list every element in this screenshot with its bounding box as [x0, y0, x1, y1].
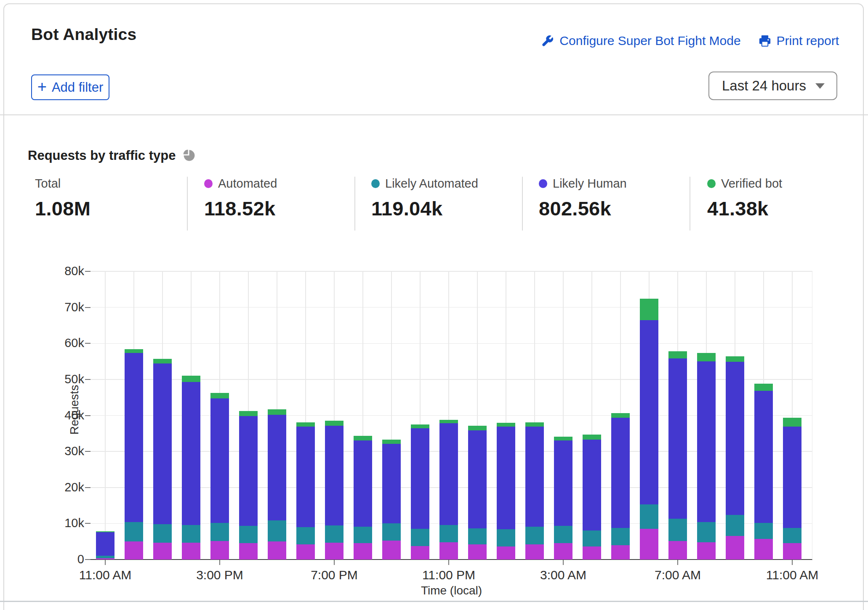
- bar-12:00 PM[interactable]: [125, 271, 143, 560]
- bar-7:00 PM[interactable]: [325, 271, 343, 560]
- stat-likely-human-value: 802.56k: [539, 197, 627, 220]
- bar-segment-likely-human: [325, 426, 343, 525]
- bar-segment-likely-human: [640, 320, 658, 504]
- y-tick-label: 50k: [51, 372, 84, 386]
- bar-segment-automated: [525, 544, 544, 560]
- bar-segment-likely-human: [411, 428, 429, 529]
- print-report-link[interactable]: Print report: [759, 34, 839, 48]
- bar-10:00 AM[interactable]: [754, 271, 773, 560]
- stat-verified-bot: Verified bot 41.38k: [707, 177, 782, 220]
- x-tick-mark: [448, 560, 449, 565]
- y-tick-label: 40k: [51, 408, 84, 422]
- bar-9:00 PM[interactable]: [382, 271, 401, 560]
- bar-segment-likely-automated: [554, 526, 572, 543]
- time-range-select[interactable]: Last 24 hours: [708, 72, 837, 100]
- page-title: Bot Analytics: [31, 25, 136, 44]
- bar-segment-automated: [697, 542, 716, 560]
- configure-link-label: Configure Super Bot Fight Mode: [559, 34, 740, 48]
- y-tick-mark: [85, 379, 91, 380]
- bar-11:00 AM[interactable]: [96, 271, 114, 560]
- bar-segment-automated: [382, 541, 401, 560]
- bar-3:00 AM[interactable]: [554, 271, 572, 560]
- stat-likely-automated: Likely Automated 119.04k: [371, 177, 478, 220]
- bar-segment-automated: [554, 543, 572, 560]
- bar-segment-verified-bot: [239, 411, 258, 416]
- bar-segment-automated: [783, 543, 801, 560]
- bar-segment-likely-human: [182, 382, 200, 525]
- bar-segment-likely-human: [554, 440, 572, 526]
- print-link-label: Print report: [777, 34, 839, 48]
- bar-2:00 PM[interactable]: [182, 271, 200, 560]
- bar-segment-verified-bot: [754, 384, 773, 391]
- stat-total: Total 1.08M: [35, 177, 91, 220]
- bar-8:00 AM[interactable]: [697, 271, 716, 560]
- bar-segment-automated: [296, 544, 315, 560]
- bar-segment-likely-automated: [382, 523, 401, 541]
- bar-segment-automated: [668, 541, 687, 560]
- y-tick-label: 80k: [51, 264, 84, 278]
- bar-5:00 PM[interactable]: [268, 271, 286, 560]
- y-tick-mark: [85, 271, 91, 272]
- bar-segment-likely-automated: [182, 525, 200, 543]
- bar-2:00 AM[interactable]: [525, 271, 544, 560]
- screenshot-frame: Bot Analytics Configure Super Bot Fight …: [0, 0, 868, 610]
- stacked-bar-chart: [91, 271, 812, 560]
- bar-segment-automated: [210, 541, 229, 560]
- header-divider: [0, 114, 868, 115]
- y-tick-mark: [85, 451, 91, 452]
- bar-segment-likely-automated: [296, 527, 315, 544]
- stat-total-value: 1.08M: [35, 197, 91, 220]
- bar-segment-likely-human: [268, 415, 286, 520]
- bar-segment-automated: [325, 543, 343, 560]
- bar-4:00 PM[interactable]: [239, 271, 258, 560]
- bar-10:00 PM[interactable]: [411, 271, 429, 560]
- section-bottom-divider: [0, 601, 868, 602]
- y-tick-mark: [85, 559, 91, 560]
- stats-row: Total 1.08M Automated 118.52k Likely Aut…: [0, 177, 860, 233]
- bar-12:00 AM[interactable]: [468, 271, 487, 560]
- configure-super-bot-fight-mode-link[interactable]: Configure Super Bot Fight Mode: [541, 34, 740, 48]
- bar-4:00 AM[interactable]: [583, 271, 601, 560]
- bar-segment-likely-automated: [611, 528, 630, 545]
- x-tick-mark: [219, 560, 220, 565]
- bar-segment-likely-human: [697, 361, 716, 522]
- bar-segment-likely-human: [239, 416, 258, 526]
- bar-segment-likely-human: [354, 440, 372, 527]
- bar-5:00 AM[interactable]: [611, 271, 630, 560]
- bar-8:00 PM[interactable]: [354, 271, 372, 560]
- stat-likely-automated-label: Likely Automated: [385, 177, 478, 191]
- bar-segment-verified-bot: [411, 424, 429, 428]
- bar-segment-verified-bot: [439, 420, 458, 424]
- stat-total-label: Total: [35, 177, 61, 191]
- bar-7:00 AM[interactable]: [668, 271, 687, 560]
- bar-segment-verified-bot: [296, 422, 315, 427]
- stat-likely-automated-value: 119.04k: [371, 197, 478, 220]
- x-tick-mark: [563, 560, 564, 565]
- bar-segment-likely-human: [468, 430, 487, 528]
- y-tick-label: 0: [51, 552, 84, 566]
- bar-segment-verified-bot: [697, 353, 716, 362]
- bar-segment-verified-bot: [668, 351, 687, 358]
- y-tick-label: 60k: [51, 336, 84, 350]
- bar-6:00 PM[interactable]: [296, 271, 315, 560]
- bar-segment-verified-bot: [611, 413, 630, 417]
- bar-1:00 AM[interactable]: [497, 271, 515, 560]
- bar-segment-automated: [125, 541, 143, 560]
- bar-segment-likely-human: [726, 362, 744, 515]
- bar-1:00 PM[interactable]: [153, 271, 172, 560]
- bar-segment-automated: [439, 542, 458, 560]
- v-gridline: [812, 271, 813, 560]
- bar-11:00 PM[interactable]: [439, 271, 458, 560]
- x-tick-mark: [677, 560, 678, 565]
- bar-segment-likely-automated: [754, 523, 773, 539]
- bar-11:00 AM[interactable]: [783, 271, 801, 560]
- bar-segment-likely-automated: [525, 527, 544, 544]
- chevron-down-icon: [815, 83, 825, 89]
- bar-segment-likely-human: [153, 363, 172, 524]
- add-filter-button[interactable]: + Add filter: [31, 74, 109, 100]
- bar-6:00 AM[interactable]: [640, 271, 658, 560]
- bar-9:00 AM[interactable]: [726, 271, 744, 560]
- bar-segment-verified-bot: [153, 359, 172, 363]
- bar-3:00 PM[interactable]: [210, 271, 229, 560]
- bar-segment-automated: [182, 543, 200, 560]
